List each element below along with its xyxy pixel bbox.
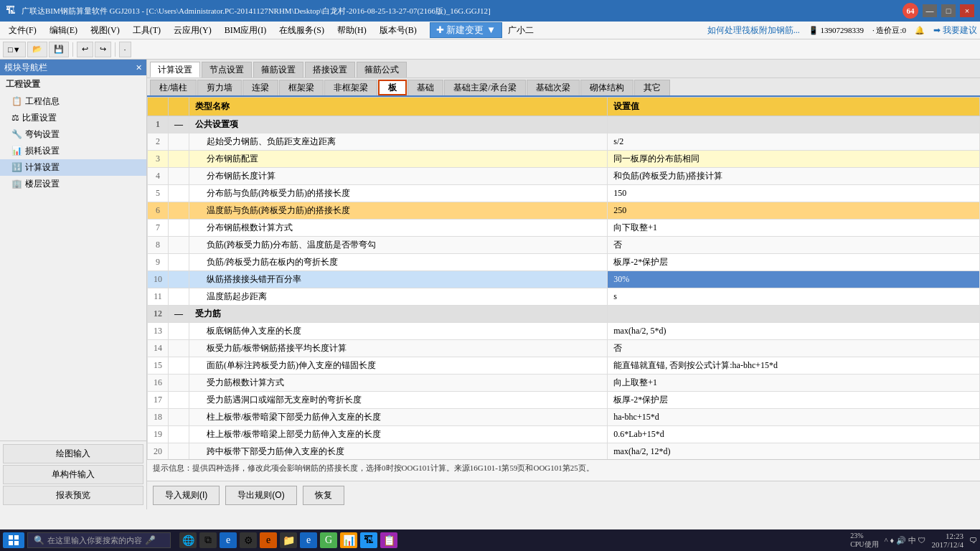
task-app2-icon[interactable]: 🏗 <box>360 532 377 548</box>
tab-masonry[interactable]: 砌体结构 <box>580 80 633 95</box>
row-value[interactable]: 否 <box>608 237 980 254</box>
row-value[interactable]: 板厚-2*保护层 <box>608 254 980 271</box>
task-app3-icon[interactable]: 📋 <box>380 532 397 548</box>
task-cortana-icon[interactable]: 🌐 <box>179 532 197 548</box>
row-value[interactable]: 向上取整+1 <box>608 375 980 392</box>
row-value[interactable]: 和负筋(跨板受力筋)搭接计算 <box>608 168 980 185</box>
sidebar-item-loss-settings[interactable]: 📊 损耗设置 <box>0 143 146 159</box>
redo-button[interactable]: ↪ <box>95 42 111 57</box>
table-row[interactable]: 12—受力筋 <box>148 306 980 323</box>
import-rules-button[interactable]: 导入规则(I) <box>153 486 220 505</box>
table-row[interactable]: 15面筋(单标注跨板受力筋)伸入支座的锚固长度能直锚就直锚, 否则按公式计算:h… <box>148 357 980 375</box>
row-value[interactable]: s <box>608 288 980 306</box>
table-row[interactable]: 8负筋(跨板受力筋)分布筋、温度筋是否带弯勾否 <box>148 237 980 254</box>
tab-calc-settings[interactable]: 计算设置 <box>150 62 200 77</box>
menu-version[interactable]: 版本号(B) <box>374 23 423 38</box>
menu-bim[interactable]: BIM应用(I) <box>219 23 273 38</box>
table-row[interactable]: 1—公共设置项 <box>148 116 980 133</box>
tab-stirrup-formula[interactable]: 箍筋公式 <box>357 62 407 77</box>
open-button[interactable]: 📂 <box>27 42 47 57</box>
tab-sub-beam[interactable]: 基础次梁 <box>527 80 580 95</box>
table-row[interactable]: 3分布钢筋配置同一板厚的分布筋相同 <box>148 151 980 168</box>
row-value[interactable]: 否 <box>608 340 980 357</box>
table-row[interactable]: 13板底钢筋伸入支座的长度max(ha/2, 5*d) <box>148 323 980 340</box>
menu-view[interactable]: 视图(V) <box>85 23 126 38</box>
table-row[interactable]: 11温度筋起步距离s <box>148 288 980 306</box>
taskbar-search[interactable]: 🔍 在这里输入你要搜索的内容 🎤 <box>27 532 171 548</box>
row-value[interactable]: s/2 <box>608 133 980 151</box>
table-row[interactable]: 14板受力筋/板带钢筋搭接平均长度计算否 <box>148 340 980 357</box>
row-value[interactable]: 同一板厚的分布筋相同 <box>608 151 980 168</box>
start-button[interactable] <box>3 532 24 548</box>
table-row[interactable]: 19柱上板带/板带暗梁上部受力筋伸入支座的长度0.6*Lab+15*d <box>148 426 980 443</box>
row-value[interactable]: 向下取整+1 <box>608 220 980 237</box>
task-ie3-icon[interactable]: e <box>300 532 317 548</box>
row-value[interactable]: 250 <box>608 202 980 220</box>
tab-main-beam[interactable]: 基础主梁/承台梁 <box>444 80 525 95</box>
row-value[interactable]: max(ha/2, 5*d) <box>608 323 980 340</box>
table-row[interactable]: 6温度筋与负筋(跨板受力筋)的搭接长度250 <box>148 202 980 220</box>
row-value[interactable]: 30% <box>608 271 980 288</box>
suggest-link[interactable]: ➡ 我要建议 <box>933 24 977 37</box>
menu-tools[interactable]: 工具(T) <box>127 23 166 38</box>
tab-foundation[interactable]: 基础 <box>407 80 443 95</box>
component-input-button[interactable]: 单构件输入 <box>3 465 143 484</box>
sidebar-item-floor-settings[interactable]: 🏢 楼层设置 <box>0 176 146 192</box>
tab-splice-settings[interactable]: 搭接设置 <box>305 62 355 77</box>
row-value[interactable]: 150 <box>608 185 980 202</box>
tab-other[interactable]: 其它 <box>634 80 670 95</box>
row-value[interactable]: 0.6*Lab+15*d <box>608 426 980 443</box>
new-change-button[interactable]: ✚ 新建变更 ▼ <box>430 22 503 38</box>
tab-node-settings[interactable]: 节点设置 <box>202 62 252 77</box>
close-button[interactable]: × <box>960 4 974 17</box>
table-row[interactable]: 20跨中板带下部受力筋伸入支座的长度max(ha/2, 12*d) <box>148 443 980 460</box>
task-ie2-icon[interactable]: e <box>260 532 277 548</box>
export-rules-button[interactable]: 导出规则(O) <box>225 486 296 505</box>
sidebar-item-calc-settings[interactable]: 🔢 计算设置 <box>0 159 146 176</box>
tab-beam[interactable]: 连梁 <box>242 80 278 95</box>
table-row[interactable]: 16受力筋根数计算方式向上取整+1 <box>148 375 980 392</box>
maximize-button[interactable]: □ <box>941 4 956 17</box>
menu-cloud[interactable]: 云应用(Y) <box>168 23 217 38</box>
menu-help[interactable]: 帮助(H) <box>331 23 372 38</box>
row-value[interactable]: max(ha/2, 12*d) <box>608 443 980 460</box>
save-button[interactable]: 💾 <box>49 42 69 57</box>
tab-frame-beam[interactable]: 框架梁 <box>279 80 324 95</box>
task-view-icon[interactable]: ⧉ <box>199 532 217 548</box>
table-row[interactable]: 18柱上板带/板带暗梁下部受力筋伸入支座的长度ha-bhc+15*d <box>148 409 980 426</box>
menu-edit[interactable]: 编辑(E) <box>44 23 83 38</box>
task-app1-icon[interactable]: 📊 <box>340 532 357 548</box>
task-chrome-icon[interactable]: G <box>320 532 337 548</box>
tab-shear-wall[interactable]: 剪力墙 <box>197 80 242 95</box>
task-folder-icon[interactable]: 📁 <box>280 532 297 548</box>
extra-button[interactable]: · <box>119 42 131 57</box>
table-row[interactable]: 2起始受力钢筋、负筋距支座边距离s/2 <box>148 133 980 151</box>
restore-button[interactable]: 恢复 <box>303 486 344 505</box>
tab-slab[interactable]: 板 <box>378 80 407 95</box>
table-row[interactable]: 17受力筋遇洞口或端部无支座时的弯折长度板厚-2*保护层 <box>148 392 980 409</box>
new-button[interactable]: □▼ <box>3 42 26 57</box>
table-row[interactable]: 9负筋/跨板受力筋在板内的弯折长度板厚-2*保护层 <box>148 254 980 271</box>
table-row[interactable]: 7分布钢筋根数计算方式向下取整+1 <box>148 220 980 237</box>
minimize-button[interactable]: — <box>923 4 937 17</box>
row-value[interactable]: 能直锚就直锚, 否则按公式计算:ha-bhc+15*d <box>608 357 980 375</box>
draw-input-button[interactable]: 绘图输入 <box>3 444 143 463</box>
table-row[interactable]: 5分布筋与负筋(跨板受力筋)的搭接长度150 <box>148 185 980 202</box>
menu-file[interactable]: 文件(F) <box>3 23 42 38</box>
menu-online[interactable]: 在线服务(S) <box>273 23 330 38</box>
help-link[interactable]: 如何处理筏板附加钢筋... <box>707 24 800 37</box>
sidebar-item-engineering-info[interactable]: 📋 工程信息 <box>0 93 146 110</box>
sidebar-close-button[interactable]: ✕ <box>136 63 142 72</box>
task-ie-icon[interactable]: e <box>220 532 237 548</box>
tab-column-wall[interactable]: 柱/墙柱 <box>150 80 197 95</box>
table-row[interactable]: 10纵筋搭接接头错开百分率30% <box>148 271 980 288</box>
row-value[interactable]: ha-bhc+15*d <box>608 409 980 426</box>
sidebar-item-bend-settings[interactable]: 🔧 弯钩设置 <box>0 126 146 143</box>
undo-button[interactable]: ↩ <box>77 42 93 57</box>
table-row[interactable]: 4分布钢筋长度计算和负筋(跨板受力筋)搭接计算 <box>148 168 980 185</box>
task-settings-icon[interactable]: ⚙ <box>240 532 257 548</box>
tab-stirrup-settings[interactable]: 箍筋设置 <box>253 62 303 77</box>
sidebar-item-compare-settings[interactable]: ⚖ 比重设置 <box>0 110 146 126</box>
row-value[interactable]: 板厚-2*保护层 <box>608 392 980 409</box>
tab-non-frame[interactable]: 非框架梁 <box>324 80 377 95</box>
